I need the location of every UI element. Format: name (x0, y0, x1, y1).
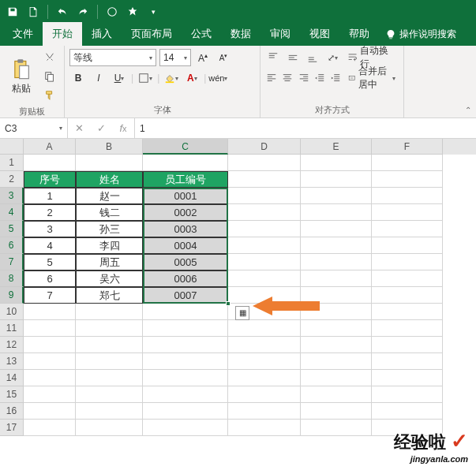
cell-A5[interactable]: 3 (24, 221, 76, 237)
cell-D16[interactable] (228, 403, 301, 420)
cell-A11[interactable] (24, 320, 76, 337)
cell-E15[interactable] (301, 386, 372, 403)
tell-me[interactable]: 操作说明搜索 (379, 23, 463, 46)
cell-E13[interactable] (301, 353, 372, 370)
cell-A3[interactable]: 1 (24, 188, 76, 204)
row-13[interactable]: 13 (0, 353, 24, 370)
cell-D14[interactable] (228, 370, 301, 386)
cell-F1[interactable] (372, 155, 443, 171)
cell-F2[interactable] (372, 171, 443, 188)
confirm-formula-button[interactable]: ✓ (90, 122, 112, 134)
align-bottom-button[interactable] (305, 49, 321, 66)
row-4[interactable]: 4 (0, 204, 24, 221)
cell-E4[interactable] (301, 204, 372, 221)
col-D[interactable]: D (228, 139, 301, 155)
name-box[interactable]: C3▾ (0, 118, 68, 138)
formula-input[interactable]: 1 (135, 118, 476, 138)
col-F[interactable]: F (372, 139, 443, 155)
cell-B3[interactable]: 赵一 (76, 188, 143, 204)
undo-icon[interactable] (54, 4, 70, 20)
cell-D1[interactable] (228, 155, 301, 171)
cut-button[interactable] (41, 49, 58, 66)
cell-B4[interactable]: 钱二 (76, 204, 143, 221)
tab-insert[interactable]: 插入 (82, 22, 122, 46)
cell-F9[interactable] (372, 287, 443, 304)
cell-B15[interactable] (76, 386, 143, 403)
cell-C11[interactable] (143, 320, 228, 337)
redo-icon[interactable] (75, 4, 91, 20)
cell-B17[interactable] (76, 420, 143, 436)
italic-button[interactable]: I (90, 69, 107, 87)
cell-B12[interactable] (76, 337, 143, 353)
tab-help[interactable]: 帮助 (339, 22, 379, 46)
collapse-ribbon-icon[interactable]: ⌃ (465, 106, 471, 114)
cell-A6[interactable]: 4 (24, 237, 76, 254)
cell-B2[interactable]: 姓名 (76, 171, 143, 188)
cell-B16[interactable] (76, 403, 143, 420)
cell-A12[interactable] (24, 337, 76, 353)
align-top-button[interactable] (265, 49, 282, 66)
cell-D11[interactable] (228, 320, 301, 337)
tab-file[interactable]: 文件 (3, 22, 43, 46)
cell-C16[interactable] (143, 403, 228, 420)
cell-A4[interactable]: 2 (24, 204, 76, 221)
cell-E10[interactable] (301, 304, 372, 320)
font-color-button[interactable]: A▾ (183, 69, 201, 87)
cell-F12[interactable] (372, 337, 443, 353)
cell-C6[interactable]: 0004 (143, 237, 228, 254)
touch-mode-icon[interactable] (125, 4, 141, 20)
cell-F10[interactable] (372, 304, 443, 320)
align-left-button[interactable] (265, 69, 278, 87)
cell-C9[interactable]: 0007 (143, 287, 228, 304)
tab-layout[interactable]: 页面布局 (122, 22, 182, 46)
paste-button[interactable]: 粘贴 (5, 49, 38, 104)
cell-A1[interactable] (24, 155, 76, 171)
row-2[interactable]: 2 (0, 171, 24, 188)
cell-B6[interactable]: 李四 (76, 237, 143, 254)
cell-A2[interactable]: 序号 (24, 171, 76, 188)
cell-F7[interactable] (372, 254, 443, 270)
cell-E5[interactable] (301, 221, 372, 237)
cell-D13[interactable] (228, 353, 301, 370)
autofill-options-icon[interactable]: ▦ (235, 306, 249, 320)
phonetic-button[interactable]: wén▾ (209, 69, 227, 87)
cell-D7[interactable] (228, 254, 301, 270)
bold-button[interactable]: B (69, 69, 87, 87)
cell-A17[interactable] (24, 420, 76, 436)
cell-D4[interactable] (228, 204, 301, 221)
fill-color-button[interactable]: ▾ (163, 69, 180, 87)
col-A[interactable]: A (24, 139, 76, 155)
tab-review[interactable]: 审阅 (260, 22, 300, 46)
cell-E12[interactable] (301, 337, 372, 353)
cell-F4[interactable] (372, 204, 443, 221)
qat-more-icon[interactable]: ▾ (145, 4, 161, 20)
cell-C1[interactable] (143, 155, 228, 171)
merge-center-button[interactable]: 合并后居中▾ (345, 69, 399, 87)
align-center-button[interactable] (281, 69, 294, 87)
save-icon[interactable] (5, 4, 21, 20)
cell-B7[interactable]: 周五 (76, 254, 143, 270)
cell-F3[interactable] (372, 188, 443, 204)
cell-E6[interactable] (301, 237, 372, 254)
cell-F6[interactable] (372, 237, 443, 254)
cell-B14[interactable] (76, 370, 143, 386)
cell-B10[interactable] (76, 304, 143, 320)
tab-home[interactable]: 开始 (43, 22, 82, 46)
cell-B8[interactable]: 吴六 (76, 270, 143, 287)
cell-E16[interactable] (301, 403, 372, 420)
row-17[interactable]: 17 (0, 420, 24, 436)
cell-E9[interactable] (301, 287, 372, 304)
cell-B13[interactable] (76, 353, 143, 370)
cell-A15[interactable] (24, 386, 76, 403)
row-15[interactable]: 15 (0, 386, 24, 403)
cell-D17[interactable] (228, 420, 301, 436)
row-11[interactable]: 11 (0, 320, 24, 337)
cell-C5[interactable]: 0003 (143, 221, 228, 237)
new-file-icon[interactable] (25, 4, 41, 20)
cell-A8[interactable]: 6 (24, 270, 76, 287)
row-5[interactable]: 5 (0, 221, 24, 237)
cell-F11[interactable] (372, 320, 443, 337)
cell-F8[interactable] (372, 270, 443, 287)
col-E[interactable]: E (301, 139, 372, 155)
cell-A16[interactable] (24, 403, 76, 420)
